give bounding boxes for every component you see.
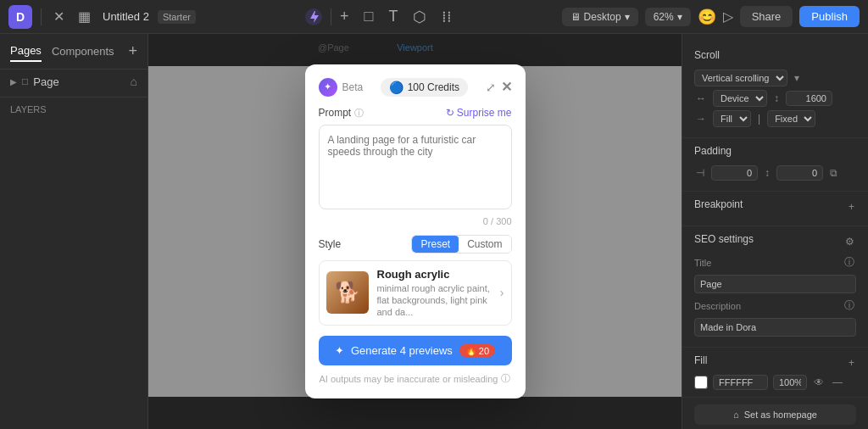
generate-count: 20 [479, 346, 489, 356]
generate-button[interactable]: ✦ Generate 4 previews 🔥 20 [319, 336, 512, 365]
refresh-icon: ↻ [446, 107, 454, 119]
zoom-selector[interactable]: 62% ▾ [645, 8, 691, 26]
fill-hex-input[interactable] [713, 375, 768, 390]
fill-remove-icon[interactable]: — [831, 375, 844, 390]
scroll-type-row: Vertical scrolling ▾ [694, 70, 856, 86]
topbar-tools: + □ T ⬡ ⁞⁞ [335, 4, 457, 30]
grid-icon[interactable]: ▦ [75, 5, 94, 28]
style-desc: minimal rough acrylic paint, flat backgr… [377, 282, 492, 319]
generate-badge: 🔥 20 [459, 344, 495, 357]
sidebar-tabs: Pages Components + [0, 34, 147, 70]
pad-right-icon: ↕ [763, 165, 771, 181]
style-arrow-icon: › [500, 286, 504, 299]
close-icon[interactable]: ✕ [50, 5, 68, 28]
disclaimer-text: AI outputs may be inaccurate or misleadi… [320, 374, 498, 384]
modal-beta-label: Beta [342, 81, 364, 93]
share-button[interactable]: Share [740, 6, 793, 27]
prompt-info-icon: ⓘ [354, 107, 364, 120]
disclaimer-info-icon: ⓘ [501, 372, 510, 385]
style-thumbnail: 🐕 [326, 271, 369, 314]
tab-pages[interactable]: Pages [10, 41, 42, 62]
frame-tool[interactable]: □ [359, 4, 379, 29]
fill-section: Fill + 👁 — [682, 348, 868, 398]
bar-icon: | [756, 111, 762, 126]
viewport-selector[interactable]: 🖥 Desktop ▾ [562, 8, 638, 26]
ai-modal: ✦ Beta 🔵 100 Credits ⤢ ✕ Prompt ⓘ [305, 64, 526, 399]
bolt-icon[interactable] [300, 3, 327, 31]
expand-icon[interactable]: ⤢ [486, 81, 496, 94]
play-button[interactable]: ▷ [723, 8, 733, 25]
desc-label: Description [694, 301, 837, 311]
emoji-button[interactable]: 😊 [698, 8, 716, 26]
char-count: 0 / 300 [319, 216, 512, 226]
title-label-row: Title ⓘ [694, 254, 856, 271]
page-label: Page [33, 75, 58, 88]
height-icon: ↕ [772, 91, 781, 106]
add-breakpoint-icon[interactable]: + [847, 199, 856, 214]
prompt-section-label: Prompt ⓘ ↻ Surprise me [319, 107, 512, 120]
fill-section-title: Fill [694, 354, 707, 366]
title-input[interactable] [694, 275, 856, 293]
logo-icon[interactable]: D [8, 5, 32, 29]
modal-logo: ✦ Beta [319, 78, 364, 97]
surprise-label: Surprise me [457, 107, 512, 119]
prompt-textarea[interactable] [319, 125, 512, 209]
copy-icon[interactable]: ⧉ [828, 165, 839, 181]
tab-components[interactable]: Components [52, 42, 114, 61]
desc-input[interactable] [694, 318, 856, 337]
style-label: Style [319, 238, 342, 250]
divider-2 [331, 8, 331, 25]
fill-arrow-icon: → [694, 111, 708, 126]
modal-overlay: ✦ Beta 🔵 100 Credits ⤢ ✕ Prompt ⓘ [148, 34, 682, 429]
disclaimer: AI outputs may be inaccurate or misleadi… [319, 372, 512, 385]
add-page-button[interactable]: + [128, 42, 137, 60]
close-modal-icon[interactable]: ✕ [501, 79, 512, 95]
component-tool[interactable]: ⁞⁞ [437, 4, 457, 30]
device-icon: ↔ [694, 91, 708, 106]
sparkle-icon: ✦ [335, 344, 344, 357]
fill-eye-icon[interactable]: 👁 [812, 375, 826, 390]
modal-logo-icon: ✦ [319, 78, 337, 97]
add-tool[interactable]: + [335, 4, 354, 29]
add-fill-icon[interactable]: + [847, 355, 856, 370]
main-area: Pages Components + ▶ □ Page ⌂ Layers @Pa… [0, 34, 868, 429]
pad-right-input[interactable]: 0 [776, 165, 823, 181]
modal-credits[interactable]: 🔵 100 Credits [381, 78, 468, 97]
style-name: Rough acrylic [377, 268, 492, 281]
homepage-button[interactable]: ⌂ Set as homepage [694, 404, 856, 425]
fill-controls-row: 👁 — [694, 375, 856, 390]
text-tool[interactable]: T [383, 4, 403, 29]
opacity-input[interactable] [773, 375, 807, 390]
fixed-select[interactable]: Fixed [767, 110, 815, 127]
tab-preset[interactable]: Preset [412, 236, 459, 253]
color-swatch[interactable] [694, 376, 708, 389]
surprise-link[interactable]: ↻ Surprise me [446, 107, 512, 119]
shape-tool[interactable]: ⬡ [408, 4, 431, 30]
homepage-section: ⌂ Set as homepage [682, 404, 868, 429]
tab-custom[interactable]: Custom [459, 236, 510, 253]
topbar-right: 🖥 Desktop ▾ 62% ▾ 😊 ▷ Share Publish [562, 6, 860, 27]
style-tabs: Preset Custom [411, 235, 511, 254]
fill-select[interactable]: Fill [713, 110, 751, 127]
device-value-input[interactable] [786, 91, 832, 106]
seo-settings-icon[interactable]: ⚙ [843, 234, 856, 249]
desc-info-icon: ⓘ [843, 297, 856, 315]
monitor-icon: 🖥 [570, 11, 581, 23]
sidebar-item-page[interactable]: ▶ □ Page ⌂ [0, 70, 147, 93]
credits-label: 100 Credits [408, 81, 459, 93]
viewport-label: Desktop [584, 11, 621, 23]
chevron-down-icon-zoom: ▾ [677, 11, 682, 23]
pad-left-input[interactable]: 0 [711, 165, 758, 181]
fire-icon: 🔥 [465, 345, 477, 356]
scroll-type-select[interactable]: Vertical scrolling [694, 70, 787, 86]
topbar: D ✕ ▦ Untitled 2 Starter + □ T ⬡ ⁞⁞ 🖥 De… [0, 0, 868, 34]
canvas[interactable]: @Page Viewport Try this a future astrona… [148, 34, 682, 429]
style-card-rough-acrylic[interactable]: 🐕 Rough acrylic minimal rough acrylic pa… [319, 260, 512, 326]
modal-header: ✦ Beta 🔵 100 Credits ⤢ ✕ [319, 78, 512, 97]
scroll-row: Scroll [694, 49, 856, 66]
starter-badge: Starter [158, 10, 196, 24]
home-icon-btn: ⌂ [733, 410, 739, 420]
publish-button[interactable]: Publish [799, 6, 860, 27]
device-select[interactable]: Device [713, 90, 767, 107]
homepage-label: Set as homepage [744, 410, 817, 420]
